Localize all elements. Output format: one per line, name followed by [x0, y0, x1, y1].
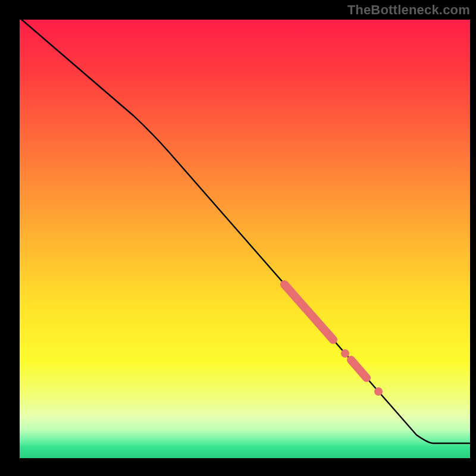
chart-stage: TheBottleneck.com	[0, 0, 476, 476]
highlight-dot	[341, 349, 349, 358]
chart-canvas	[0, 0, 476, 476]
watermark-label: TheBottleneck.com	[347, 2, 470, 18]
highlight-dot	[374, 387, 383, 396]
